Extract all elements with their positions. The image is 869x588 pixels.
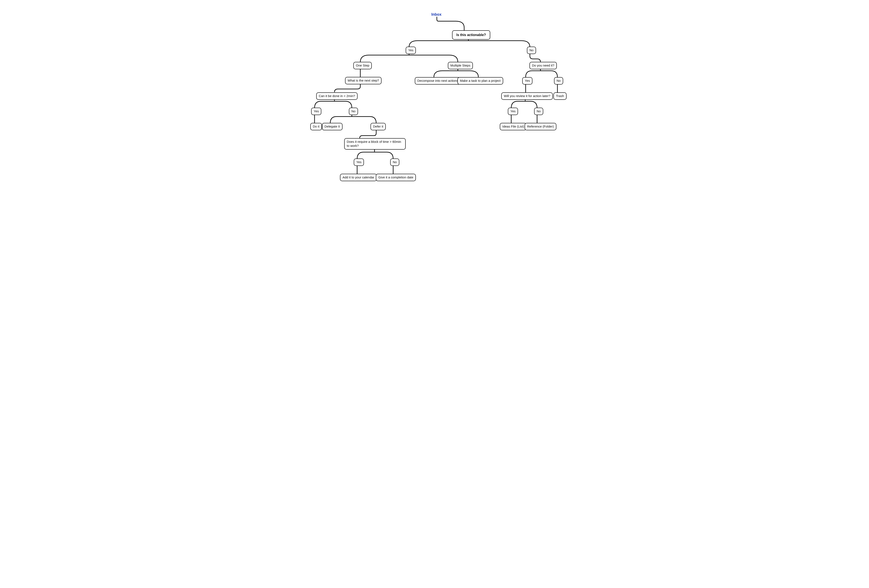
node-reference: Reference (Folder)	[525, 123, 556, 130]
node-review-no: No	[534, 108, 543, 115]
node-review-later: Will you review it for action later?	[501, 92, 553, 100]
node-one-step: One Step	[353, 62, 372, 69]
node-do-it: Do it	[310, 123, 322, 130]
node-need-yes: Yes	[522, 77, 532, 84]
node-two-min-no: No	[349, 108, 358, 115]
node-block-time: Does it require a block of time > 60min …	[344, 138, 406, 150]
node-block-no: No	[390, 158, 399, 166]
node-two-min-yes: Yes	[311, 108, 321, 115]
node-defer: Defer it	[371, 123, 386, 130]
node-completion-date: Give it a completion date	[376, 174, 416, 181]
node-add-calendar: Add it to your calendar	[340, 174, 377, 181]
node-two-min: Can it be done in < 2min?	[316, 92, 357, 100]
node-need-no: No	[554, 77, 563, 84]
node-block-yes: Yes	[354, 158, 364, 166]
node-actionable-yes: Yes	[406, 47, 416, 54]
node-actionable-no: No	[527, 47, 536, 54]
node-plan-project: Make a task to plan a project	[457, 77, 503, 84]
flowchart-stage: Inbox Is this actionable? Yes No One Ste…	[297, 0, 572, 187]
node-next-step: What is the next step?	[345, 77, 381, 84]
node-ideas-file: Ideas File (List)	[500, 123, 527, 130]
node-review-yes: Yes	[508, 108, 518, 115]
node-delegate: Delegate It	[322, 123, 343, 130]
node-actionable: Is this actionable?	[452, 30, 490, 40]
node-decompose: Decompose into next actions	[415, 77, 461, 84]
node-need-it: Do you need it?	[529, 62, 557, 69]
root-label-inbox: Inbox	[431, 12, 442, 17]
node-multiple-steps: Multiple Steps	[448, 62, 473, 69]
node-trash: Trash	[553, 92, 566, 100]
